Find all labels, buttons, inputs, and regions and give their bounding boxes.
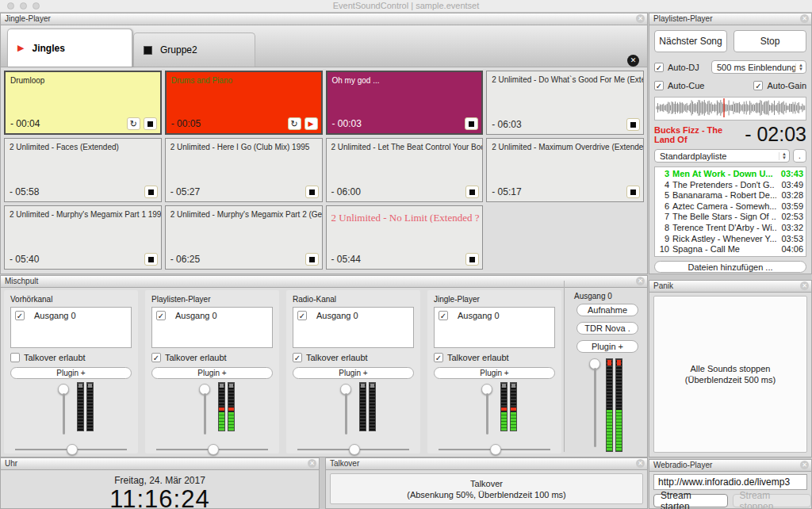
meter-bar bbox=[615, 358, 622, 452]
output-checkbox[interactable]: ✓Ausgang 0 bbox=[439, 311, 550, 320]
playlist-row[interactable]: 10Spagna - Call Me04:06 bbox=[657, 244, 803, 255]
stream-start-button[interactable]: Stream starten bbox=[653, 494, 728, 507]
plugin-button[interactable]: Plugin + bbox=[10, 367, 132, 379]
meter-bar bbox=[218, 382, 225, 431]
auto-cue-checkbox[interactable]: ✓ Auto-Cue bbox=[654, 81, 704, 90]
output-checkbox[interactable]: ✓Ausgang 0 bbox=[156, 311, 268, 320]
stop-button[interactable]: Stop bbox=[733, 30, 806, 52]
talkover-button[interactable]: Talkover (Absenkung 50%, Überblendzeit 1… bbox=[330, 473, 643, 504]
master-plugin-button[interactable]: Plugin + bbox=[576, 340, 638, 353]
jingle-cell[interactable]: 2 Unlimited - Murphy's Megamix Part 2 (G… bbox=[165, 205, 323, 270]
waveform-display[interactable] bbox=[654, 97, 806, 121]
jingle-cell-footer: - 00:03 bbox=[332, 117, 479, 130]
playlist-row[interactable]: 4The Pretenders - Don't G..03:49 bbox=[657, 180, 803, 191]
stop-icon[interactable] bbox=[305, 253, 319, 266]
pan-slider[interactable] bbox=[439, 444, 550, 455]
jingle-cell[interactable]: 2 Unlimited - Here I Go (Club Mix) 1995-… bbox=[165, 138, 323, 202]
auto-cue-label: Auto-Cue bbox=[668, 81, 704, 90]
playlist-more-button[interactable]: . bbox=[793, 149, 806, 163]
fade-select[interactable]: 500 ms Einblendung ▲▼ bbox=[711, 60, 806, 74]
jingle-cell[interactable]: Oh my god ...- 00:03 bbox=[326, 71, 484, 135]
playlist-row[interactable]: 5Bananarama - Robert De...03:28 bbox=[657, 190, 803, 201]
add-files-button[interactable]: Dateien hinzufügen ... bbox=[654, 261, 806, 273]
plugin-button[interactable]: Plugin + bbox=[434, 367, 555, 379]
jingle-cell[interactable]: Drumloop- 00:04↻ bbox=[4, 71, 162, 135]
record-button[interactable]: Aufnahme bbox=[576, 304, 638, 316]
stream-stop-button[interactable]: Stream stoppen bbox=[733, 494, 811, 507]
jingle-cell[interactable]: 2 Unlimited - Do What`s Good For Me (Ext… bbox=[486, 71, 644, 135]
panik-panel: Panik ✕ Alle Sounds stoppen (Überblendze… bbox=[649, 280, 812, 457]
stop-icon[interactable] bbox=[144, 117, 157, 130]
plugin-button[interactable]: Plugin + bbox=[293, 367, 414, 379]
close-icon[interactable]: ✕ bbox=[800, 461, 809, 469]
checkbox-checked-icon: ✓ bbox=[297, 311, 307, 320]
checkbox-checked-icon: ✓ bbox=[439, 311, 448, 320]
playlisten-player-header-label: Playlisten-Player bbox=[653, 14, 712, 23]
stream-url-input[interactable] bbox=[653, 474, 807, 490]
talkover-checkbox[interactable]: Talkover erlaubt bbox=[10, 353, 132, 362]
jingle-cell[interactable]: 2 Unlimited - Faces (Extended)- 05:58 bbox=[4, 138, 162, 202]
talkover-checkbox[interactable]: ✓Talkover erlaubt bbox=[293, 353, 414, 362]
stop-icon[interactable] bbox=[144, 253, 158, 266]
mixer-strip-label: Playlisten-Player bbox=[151, 295, 273, 304]
auto-gain-label: Auto-Gain bbox=[767, 81, 806, 90]
panic-button[interactable]: Alle Sounds stoppen (Überblendzeit 500 m… bbox=[653, 296, 807, 453]
stop-icon[interactable] bbox=[465, 186, 479, 198]
loop-icon[interactable]: ↻ bbox=[127, 117, 140, 130]
stop-icon[interactable] bbox=[465, 253, 479, 266]
close-icon[interactable]: ✕ bbox=[800, 14, 809, 23]
loop-icon[interactable]: ↻ bbox=[288, 117, 301, 130]
close-group-button[interactable]: ✕ bbox=[627, 55, 639, 67]
playlist-row[interactable]: 6Aztec Camera - Somewh...03:59 bbox=[657, 201, 803, 212]
stop-icon[interactable] bbox=[465, 117, 478, 130]
meter-level-red bbox=[219, 408, 224, 411]
stop-icon[interactable] bbox=[305, 186, 319, 198]
close-icon[interactable]: ✕ bbox=[636, 14, 645, 23]
pan-slider[interactable] bbox=[156, 444, 268, 455]
tdr-nova-button[interactable]: TDR Nova . bbox=[576, 322, 638, 335]
playlist-row[interactable]: 9Rick Astley - Whenever Y...03:53 bbox=[657, 234, 803, 245]
stop-icon[interactable] bbox=[626, 186, 640, 198]
auto-dj-checkbox[interactable]: ✓ Auto-DJ bbox=[654, 63, 699, 72]
jingle-cell[interactable]: 2 Unlimited - Let The Beat Control Your … bbox=[326, 138, 484, 202]
playlist-select[interactable]: Standardplayliste ▲▼ bbox=[654, 149, 790, 163]
window-title: EventSoundControl | sample.eventset bbox=[0, 1, 812, 10]
output-listbox[interactable]: ✓Ausgang 0 bbox=[293, 307, 414, 348]
stop-glyph bbox=[469, 189, 475, 195]
tab-jingles[interactable]: ▶ Jingles bbox=[7, 29, 132, 67]
tab-gruppe2-label: Gruppe2 bbox=[160, 44, 197, 55]
playlist-row-number: 9 bbox=[657, 234, 669, 245]
jingle-cell[interactable]: Drums and Piano- 00:05↻▶ bbox=[165, 71, 323, 135]
talkover-checkbox[interactable]: ✓Talkover erlaubt bbox=[434, 353, 555, 362]
playlist-row[interactable]: 7The Belle Stars - Sign Of ...02:53 bbox=[657, 212, 803, 223]
plugin-button[interactable]: Plugin + bbox=[151, 367, 273, 379]
meter-cap bbox=[511, 384, 515, 388]
pan-slider[interactable] bbox=[15, 444, 127, 455]
playlist[interactable]: 3Men At Work - Down U...03:434The Preten… bbox=[654, 166, 806, 257]
talkover-checkbox[interactable]: ✓Talkover erlaubt bbox=[151, 353, 273, 362]
jingle-cell[interactable]: 2 Unlimited - No Limit (Extended ?- 05:4… bbox=[326, 205, 484, 270]
tab-gruppe2[interactable]: Gruppe2 bbox=[133, 33, 255, 67]
output-listbox[interactable]: ✓Ausgang 0 bbox=[10, 307, 132, 348]
close-icon[interactable]: ✕ bbox=[308, 459, 316, 468]
stop-icon[interactable] bbox=[626, 118, 640, 131]
pan-slider[interactable] bbox=[297, 444, 409, 455]
output-checkbox[interactable]: ✓Ausgang 0 bbox=[15, 311, 127, 320]
close-icon[interactable]: ✕ bbox=[636, 277, 645, 285]
playlist-row[interactable]: 8Terence Trent D'Arby - Wi..03:32 bbox=[657, 223, 803, 234]
playlist-row[interactable]: 3Men At Work - Down U...03:43 bbox=[657, 169, 803, 180]
jingle-cell[interactable]: 2 Unlimited - Maximum Overdrive (Extende… bbox=[486, 138, 644, 202]
meter-bar bbox=[86, 382, 94, 431]
stop-icon[interactable] bbox=[144, 186, 158, 198]
output-listbox[interactable]: ✓Ausgang 0 bbox=[151, 307, 273, 348]
close-icon[interactable]: ✕ bbox=[636, 459, 645, 468]
jingle-cell-footer: - 05:40 bbox=[10, 253, 158, 266]
panik-header: Panik ✕ bbox=[649, 281, 811, 293]
play-icon[interactable]: ▶ bbox=[304, 117, 318, 130]
next-song-button[interactable]: Nächster Song bbox=[654, 30, 727, 52]
close-icon[interactable]: ✕ bbox=[800, 281, 809, 290]
output-checkbox[interactable]: ✓Ausgang 0 bbox=[297, 311, 409, 320]
output-listbox[interactable]: ✓Ausgang 0 bbox=[434, 307, 555, 348]
jingle-cell[interactable]: 2 Unlimited - Murphy's Megamix Part 1 19… bbox=[4, 205, 162, 270]
auto-gain-checkbox[interactable]: ✓ Auto-Gain bbox=[753, 81, 806, 90]
